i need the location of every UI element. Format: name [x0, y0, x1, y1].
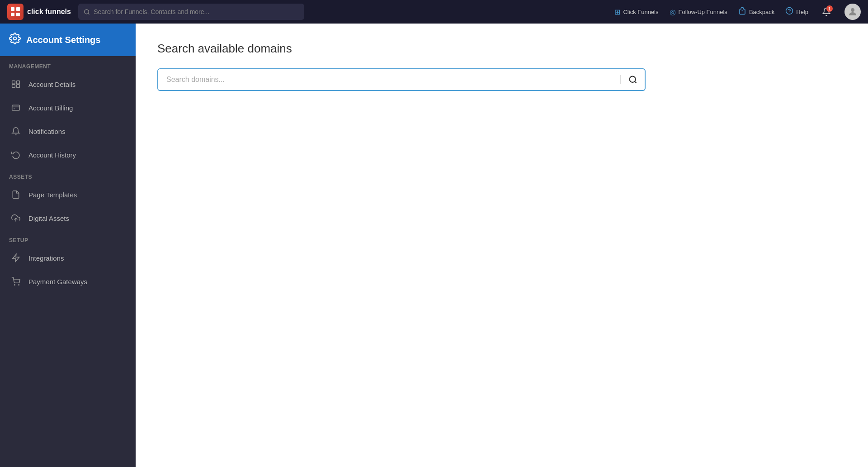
sidebar-item-digital-assets[interactable]: Digital Assets	[0, 206, 136, 230]
sidebar-item-payment-gateways[interactable]: Payment Gateways	[0, 270, 136, 293]
section-management-label: Management	[0, 56, 136, 72]
svg-point-21	[629, 76, 635, 82]
svg-rect-11	[17, 81, 20, 84]
account-billing-label: Account Billing	[28, 104, 73, 112]
help-label: Help	[796, 9, 808, 15]
digital-assets-icon	[10, 213, 21, 224]
follow-up-funnels-icon: ◎	[670, 8, 676, 16]
section-setup-label: Setup	[0, 230, 136, 246]
page-layout: Account Settings Management Account Deta…	[0, 24, 868, 467]
svg-rect-0	[11, 7, 14, 11]
sidebar-item-account-history[interactable]: Account History	[0, 143, 136, 167]
top-nav: click funnels ⊞ Click Funnels ◎ Follow-U…	[0, 0, 868, 24]
notification-count: 1	[826, 5, 833, 12]
sidebar-item-notifications[interactable]: Notifications	[0, 119, 136, 143]
sidebar-item-page-templates[interactable]: Page Templates	[0, 183, 136, 206]
page-title: Search available domains	[157, 42, 846, 56]
avatar-icon	[847, 6, 858, 17]
integrations-icon	[10, 253, 21, 263]
sidebar-header-title: Account Settings	[26, 35, 100, 45]
sidebar-item-account-billing[interactable]: Account Billing	[0, 96, 136, 119]
backpack-icon	[738, 7, 746, 17]
nav-click-funnels[interactable]: ⊞ Click Funnels	[614, 8, 658, 16]
main-content: Search available domains	[136, 24, 868, 467]
notifications-bell[interactable]: 1	[819, 5, 834, 19]
svg-rect-3	[16, 13, 20, 16]
notifications-icon	[10, 126, 21, 137]
sidebar: Account Settings Management Account Deta…	[0, 24, 136, 467]
svg-point-9	[14, 37, 17, 40]
svg-marker-18	[13, 254, 19, 262]
svg-point-19	[14, 285, 15, 286]
integrations-label: Integrations	[28, 254, 64, 262]
nav-follow-up-funnels[interactable]: ◎ Follow-Up Funnels	[670, 8, 727, 16]
sidebar-item-integrations[interactable]: Integrations	[0, 246, 136, 270]
svg-point-4	[85, 10, 89, 14]
account-history-label: Account History	[28, 151, 76, 159]
follow-up-funnels-label: Follow-Up Funnels	[679, 9, 727, 15]
backpack-label: Backpack	[749, 9, 774, 15]
svg-line-22	[634, 81, 636, 83]
click-funnels-icon: ⊞	[614, 8, 620, 16]
search-icon	[84, 9, 90, 15]
page-templates-label: Page Templates	[28, 191, 77, 199]
settings-gear-icon	[9, 33, 21, 47]
user-avatar[interactable]	[844, 4, 861, 20]
sidebar-header: Account Settings	[0, 24, 136, 56]
domain-search-input[interactable]	[158, 69, 620, 90]
digital-assets-label: Digital Assets	[28, 214, 69, 222]
help-icon	[785, 7, 793, 17]
payment-gateways-label: Payment Gateways	[28, 278, 87, 286]
svg-rect-14	[12, 105, 20, 110]
svg-line-5	[88, 13, 90, 14]
svg-rect-10	[12, 81, 15, 84]
svg-point-8	[851, 8, 854, 12]
account-details-label: Account Details	[28, 81, 75, 88]
nav-backpack[interactable]: Backpack	[738, 7, 774, 17]
svg-rect-2	[11, 13, 14, 16]
logo[interactable]: click funnels	[7, 4, 71, 20]
logo-icon	[7, 4, 24, 20]
page-templates-icon	[10, 189, 21, 200]
svg-rect-1	[16, 7, 20, 11]
domain-search-container	[157, 68, 646, 91]
logo-text: click funnels	[27, 8, 71, 16]
svg-point-20	[19, 285, 19, 286]
domain-search-icon	[628, 75, 637, 84]
section-assets-label: Assets	[0, 167, 136, 183]
click-funnels-label: Click Funnels	[623, 9, 658, 15]
payment-gateways-icon	[10, 276, 21, 287]
global-search[interactable]	[78, 4, 304, 20]
domain-search-button[interactable]	[620, 75, 645, 84]
account-details-icon	[10, 79, 21, 90]
svg-rect-13	[17, 85, 20, 88]
nav-help[interactable]: Help	[785, 7, 808, 17]
sidebar-item-account-details[interactable]: Account Details	[0, 72, 136, 96]
nav-links: ⊞ Click Funnels ◎ Follow-Up Funnels Back…	[614, 4, 861, 20]
global-search-input[interactable]	[94, 8, 299, 15]
account-history-icon	[10, 149, 21, 160]
notifications-label: Notifications	[28, 128, 66, 135]
svg-rect-12	[12, 85, 15, 88]
account-billing-icon	[10, 102, 21, 113]
